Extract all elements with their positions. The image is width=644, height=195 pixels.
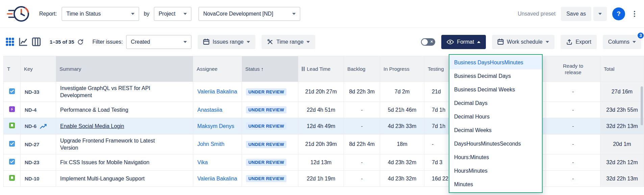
issue-summary[interactable]: Upgrade Frontend Framework to Latest Ver… bbox=[60, 137, 172, 151]
column-label: Status bbox=[245, 66, 260, 72]
group-by-select[interactable]: Project bbox=[154, 7, 192, 21]
cell-backlog: - bbox=[344, 102, 380, 118]
column-header-status[interactable]: Status↑ bbox=[242, 56, 298, 82]
assignee-link[interactable]: John Smith bbox=[197, 141, 224, 147]
export-button[interactable]: Export bbox=[561, 35, 597, 49]
issue-summary[interactable]: Fix CSS Issues for Mobile Navigation bbox=[60, 159, 149, 166]
grid-view-icon[interactable] bbox=[5, 37, 15, 46]
cell-assignee: John Smith bbox=[193, 134, 242, 154]
view-switcher bbox=[5, 37, 41, 46]
column-header-assignee[interactable]: Assignee bbox=[193, 56, 242, 82]
filter-issues-label: Filter issues: bbox=[93, 39, 123, 45]
kebab-menu-button[interactable] bbox=[630, 9, 639, 19]
column-header-total[interactable]: Total bbox=[600, 56, 644, 82]
cell-inprogress: 4d 23h 32m bbox=[380, 154, 424, 171]
task-icon bbox=[9, 88, 15, 94]
cell-inprogress: 7d 2m bbox=[380, 82, 424, 102]
cell-summary: Enable Social Media Login bbox=[56, 118, 193, 134]
column-label: Ready to release bbox=[560, 63, 586, 75]
cell-total: 27d 16m bbox=[600, 82, 644, 102]
assignee-link[interactable]: Anastasiia bbox=[197, 107, 222, 113]
toggle-switch[interactable]: × bbox=[421, 38, 435, 46]
column-header-type[interactable]: T bbox=[4, 56, 21, 82]
filter-field-select[interactable]: Created bbox=[126, 35, 192, 49]
cell-key: ND-27 bbox=[21, 134, 56, 154]
chart-view-icon[interactable] bbox=[19, 37, 28, 46]
cell-assignee: Anastasiia bbox=[193, 102, 242, 118]
format-option[interactable]: DaysHoursMinutesSeconds bbox=[449, 137, 542, 151]
cell-lead: 12d 13m bbox=[298, 154, 344, 171]
cell-ready: - bbox=[546, 118, 600, 134]
format-option[interactable]: Business DaysHoursMinutes bbox=[449, 56, 542, 69]
board-view-icon[interactable] bbox=[32, 37, 41, 46]
cell-inprogress: 4d 23h 32m bbox=[380, 171, 424, 187]
chevron-down-icon bbox=[292, 13, 296, 15]
work-schedule-label: Work schedule bbox=[507, 39, 543, 45]
assignee-link[interactable]: Valeriia Bakalina bbox=[197, 176, 237, 181]
assignee-link[interactable]: Valeriia Bakalina bbox=[197, 89, 237, 94]
project-value: NovaCore Development [ND] bbox=[203, 11, 273, 17]
table-row: ND-27Upgrade Frontend Framework to Lates… bbox=[4, 134, 644, 154]
column-header-inprogress[interactable]: In Progress bbox=[380, 56, 424, 82]
toolbar: 1–35 of 35 Filter issues: Created Issues… bbox=[0, 28, 644, 56]
work-schedule-button[interactable]: Work schedule bbox=[492, 35, 554, 49]
chevron-down-icon bbox=[633, 41, 636, 43]
status-badge: UNDER REVIEW bbox=[246, 106, 287, 113]
columns-button[interactable]: Columns bbox=[603, 35, 641, 49]
cell-status: UNDER REVIEW bbox=[242, 82, 298, 102]
column-header-lead[interactable]: Lead Time bbox=[298, 56, 344, 82]
issues-range-button[interactable]: Issues range bbox=[198, 35, 255, 49]
help-button[interactable]: ? bbox=[612, 7, 625, 20]
tools-icon bbox=[267, 39, 273, 45]
cell-ready: - bbox=[546, 82, 600, 102]
unsaved-preset-label: Unsaved preset bbox=[518, 11, 555, 17]
column-header-ready[interactable]: Ready to release bbox=[546, 56, 600, 82]
chevron-down-icon bbox=[598, 13, 602, 15]
cell-total: 32d 22h 13m bbox=[600, 118, 644, 134]
status-badge: UNDER REVIEW bbox=[246, 159, 287, 166]
app-logo bbox=[5, 4, 32, 24]
issue-summary[interactable]: Implement Multi-Language Support bbox=[60, 175, 145, 182]
issue-summary[interactable]: Performance & Load Testing bbox=[60, 106, 128, 113]
issue-key: ND-33 bbox=[25, 89, 39, 95]
table-row: ND-23Fix CSS Issues for Mobile Navigatio… bbox=[4, 154, 644, 171]
cell-type bbox=[4, 102, 21, 118]
status-badge: UNDER REVIEW bbox=[246, 123, 287, 130]
refresh-icon[interactable] bbox=[77, 39, 84, 45]
report-type-select[interactable]: Time in Status bbox=[61, 7, 139, 21]
format-option[interactable]: Hours:Minutes bbox=[449, 151, 542, 164]
format-option[interactable]: Decimal Weeks bbox=[449, 124, 542, 137]
cell-key: ND-23 bbox=[21, 154, 56, 171]
cell-backlog: - bbox=[344, 154, 380, 171]
trend-chart-icon bbox=[40, 124, 47, 129]
by-label: by bbox=[144, 11, 149, 17]
column-header-backlog[interactable]: Backlog bbox=[344, 56, 380, 82]
issue-summary[interactable]: Investigate GraphQL vs REST for API Deve… bbox=[60, 85, 172, 99]
eye-icon bbox=[447, 40, 454, 44]
export-label: Export bbox=[576, 39, 591, 45]
save-as-dropdown-button[interactable] bbox=[593, 7, 607, 21]
cell-total: 20d 1m bbox=[600, 134, 644, 154]
format-option[interactable]: Decimal Hours bbox=[449, 110, 542, 124]
format-button[interactable]: Format bbox=[441, 35, 486, 49]
save-as-button[interactable]: Save as bbox=[561, 7, 591, 21]
sort-ascending-icon: ↑ bbox=[261, 66, 264, 72]
vertical-scrollbar[interactable] bbox=[641, 86, 643, 125]
assignee-link[interactable]: Maksym Denys bbox=[197, 123, 234, 129]
format-option[interactable]: Minutes bbox=[449, 178, 542, 191]
status-badge: UNDER REVIEW bbox=[246, 141, 287, 148]
format-option[interactable]: HoursMinutes bbox=[449, 164, 542, 178]
assignee-link[interactable]: Vika bbox=[197, 159, 208, 165]
format-option[interactable]: Business Decimal Days bbox=[449, 69, 542, 83]
cell-total: 32d 22h 13m bbox=[600, 171, 644, 187]
format-option[interactable]: Business Decimal Weeks bbox=[449, 83, 542, 96]
column-header-key[interactable]: Key bbox=[21, 56, 56, 82]
format-option[interactable]: Decimal Days bbox=[449, 96, 542, 110]
row-chart-icon[interactable] bbox=[40, 124, 47, 129]
project-select[interactable]: NovaCore Development [ND] bbox=[198, 7, 300, 21]
time-range-button[interactable]: Time range bbox=[262, 35, 315, 49]
cell-lead: 21d 20h 39m bbox=[298, 134, 344, 154]
cell-type bbox=[4, 154, 21, 171]
issue-summary[interactable]: Enable Social Media Login bbox=[60, 123, 124, 130]
column-header-summary[interactable]: Summary bbox=[56, 56, 193, 82]
